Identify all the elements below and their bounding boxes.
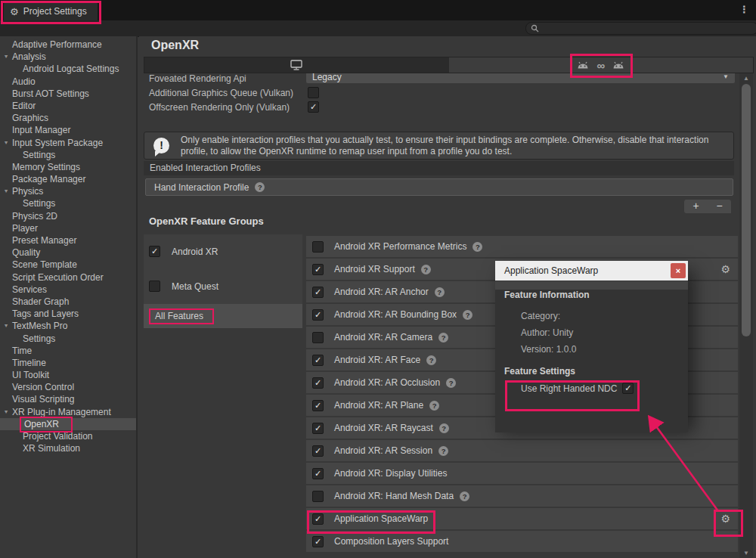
- android-xr-ar-session-checkbox[interactable]: ✓: [312, 445, 324, 457]
- feature-row-android-xr-performance-metrics[interactable]: Android XR Performance Metrics?: [306, 236, 738, 257]
- help-icon[interactable]: ?: [435, 287, 445, 297]
- close-icon[interactable]: ×: [671, 263, 686, 278]
- help-icon[interactable]: ?: [460, 491, 469, 501]
- help-icon[interactable]: ?: [439, 423, 449, 433]
- android-xr-performance-metrics-checkbox[interactable]: [312, 241, 324, 253]
- sidebar-item-physics[interactable]: ▼Physics: [0, 185, 136, 197]
- scrollbar-thumb[interactable]: [742, 84, 751, 336]
- sidebar-item-scene-template[interactable]: Scene Template: [0, 259, 136, 271]
- android-xr-hand-mesh-data-checkbox[interactable]: [312, 491, 324, 502]
- sidebar-item-input-manager[interactable]: Input Manager: [0, 124, 136, 136]
- sidebar-item-xr-simulation[interactable]: XR Simulation: [0, 442, 136, 454]
- expander-icon[interactable]: ▼: [3, 406, 8, 417]
- sidebar-item-audio[interactable]: Audio: [0, 76, 136, 88]
- search-box[interactable]: [525, 22, 756, 35]
- feature-group-android-xr[interactable]: ✓Android XR: [144, 234, 302, 268]
- sidebar-item-android-logcat-settings[interactable]: Android Logcat Settings: [0, 63, 136, 75]
- feature-settings-gear-icon[interactable]: ⚙: [720, 513, 730, 524]
- platform-tab-bar: ∞: [144, 57, 754, 73]
- sidebar-item-shader-graph[interactable]: Shader Graph: [0, 296, 136, 308]
- android-xr-display-utilities-checkbox[interactable]: ✓: [312, 468, 324, 479]
- android-xr-ar-anchor-checkbox[interactable]: ✓: [312, 287, 324, 298]
- sidebar-item-label: Time: [12, 346, 32, 356]
- sidebar-item-time[interactable]: Time: [0, 345, 136, 357]
- expander-icon[interactable]: ▼: [3, 321, 8, 332]
- offscreen-rendering-checkbox[interactable]: ✓: [308, 101, 319, 113]
- use-right-handed-ndc-checkbox[interactable]: ✓: [622, 383, 634, 394]
- feature-row-composition-layers-support[interactable]: ✓Composition Layers Support: [306, 531, 738, 552]
- help-icon[interactable]: ?: [438, 333, 448, 343]
- sidebar-item-settings[interactable]: Settings: [0, 333, 136, 345]
- feature-settings-gear-icon[interactable]: ⚙: [720, 264, 730, 274]
- sidebar-item-ui-toolkit[interactable]: UI Toolkit: [0, 369, 136, 381]
- scroll-down-arrow[interactable]: ▼: [739, 550, 753, 556]
- feature-group-all-features[interactable]: All Features: [144, 304, 302, 328]
- sidebar-item-openxr[interactable]: OpenXR: [0, 418, 136, 430]
- feature-label: Android XR: AR Face: [334, 355, 420, 365]
- enabled-interaction-profiles-header: Enabled Interaction Profiles: [144, 161, 734, 175]
- sidebar-item-quality[interactable]: Quality: [0, 246, 136, 259]
- window-tab-project-settings[interactable]: ⚙ Project Settings: [4, 2, 98, 20]
- feature-row-android-xr-ar-session[interactable]: ✓Android XR: AR Session?: [306, 440, 738, 461]
- application-spacewarp-checkbox[interactable]: ✓: [312, 513, 324, 525]
- sidebar-item-preset-manager[interactable]: Preset Manager: [0, 234, 136, 246]
- sidebar-item-version-control[interactable]: Version Control: [0, 381, 136, 393]
- composition-layers-support-checkbox[interactable]: ✓: [312, 536, 324, 547]
- android-xr-ar-camera-checkbox[interactable]: [312, 332, 324, 343]
- sidebar-item-label: Timeline: [12, 358, 46, 368]
- expander-icon[interactable]: ▼: [3, 51, 8, 63]
- android-xr-support-checkbox[interactable]: ✓: [312, 264, 324, 275]
- sidebar-item-label: Memory Settings: [12, 162, 80, 172]
- additional-graphics-queue-checkbox[interactable]: [308, 87, 319, 98]
- feature-group-meta-quest[interactable]: Meta Quest: [144, 268, 302, 304]
- sidebar-item-services[interactable]: Services: [0, 284, 136, 296]
- android-xr-checkbox[interactable]: ✓: [149, 246, 160, 257]
- sidebar-item-timeline[interactable]: Timeline: [0, 357, 136, 369]
- feature-row-android-xr-display-utilities[interactable]: ✓Android XR: Display Utilities: [306, 463, 738, 484]
- remove-profile-button[interactable]: −: [708, 200, 731, 213]
- help-icon[interactable]: ?: [472, 242, 482, 252]
- foveated-rendering-dropdown[interactable]: Legacy ▼: [306, 73, 735, 83]
- help-icon[interactable]: ?: [446, 378, 456, 388]
- kebab-menu-icon[interactable]: ⋮: [739, 4, 749, 15]
- sidebar-item-visual-scripting[interactable]: Visual Scripting: [0, 393, 136, 405]
- sidebar-item-memory-settings[interactable]: Memory Settings: [0, 161, 136, 173]
- sidebar-item-script-execution-order[interactable]: Script Execution Order: [0, 271, 136, 284]
- android-xr-ar-occlusion-checkbox[interactable]: ✓: [312, 377, 324, 389]
- help-icon[interactable]: ?: [429, 401, 439, 411]
- feature-row-android-xr-hand-mesh-data[interactable]: Android XR: Hand Mesh Data?: [306, 485, 738, 507]
- help-icon[interactable]: ?: [426, 355, 436, 365]
- hand-interaction-profile-row[interactable]: Hand Interaction Profile ?: [145, 178, 733, 196]
- sidebar-item-settings[interactable]: Settings: [0, 149, 136, 161]
- sidebar-item-textmesh-pro[interactable]: ▼TextMesh Pro: [0, 320, 136, 332]
- android-xr-ar-bounding-box-checkbox[interactable]: ✓: [312, 309, 324, 321]
- sidebar-item-analysis[interactable]: ▼Analysis: [0, 51, 136, 63]
- sidebar-item-settings[interactable]: Settings: [0, 197, 136, 209]
- help-icon[interactable]: ?: [421, 265, 431, 274]
- tab-pc-standalone[interactable]: [144, 57, 449, 73]
- help-icon[interactable]: ?: [255, 182, 265, 192]
- sidebar-item-package-manager[interactable]: Package Manager: [0, 173, 136, 185]
- expander-icon[interactable]: ▼: [3, 137, 8, 148]
- sidebar-item-player[interactable]: Player: [0, 222, 136, 234]
- sidebar-item-tags-and-layers[interactable]: Tags and Layers: [0, 308, 136, 320]
- tab-android-xr[interactable]: ∞: [449, 57, 754, 73]
- sidebar-item-project-validation[interactable]: Project Validation: [0, 430, 136, 442]
- scroll-up-arrow[interactable]: ▲: [739, 75, 753, 82]
- sidebar-item-input-system-package[interactable]: ▼Input System Package: [0, 137, 136, 149]
- search-input[interactable]: [542, 23, 749, 34]
- sidebar-item-editor[interactable]: Editor: [0, 100, 136, 112]
- sidebar-item-physics-2d[interactable]: Physics 2D: [0, 210, 136, 222]
- sidebar-item-graphics[interactable]: Graphics: [0, 112, 136, 124]
- android-xr-ar-plane-checkbox[interactable]: ✓: [312, 400, 324, 411]
- help-icon[interactable]: ?: [438, 446, 448, 456]
- android-xr-ar-raycast-checkbox[interactable]: ✓: [312, 423, 324, 434]
- add-profile-button[interactable]: +: [684, 200, 708, 213]
- sidebar-item-burst-aot-settings[interactable]: Burst AOT Settings: [0, 88, 136, 100]
- android-xr-ar-face-checkbox[interactable]: ✓: [312, 355, 324, 366]
- help-icon[interactable]: ?: [463, 310, 472, 320]
- feature-row-application-spacewarp[interactable]: ✓Application SpaceWarp⚙: [306, 508, 738, 529]
- expander-icon[interactable]: ▼: [3, 186, 8, 197]
- sidebar-item-adaptive-performance[interactable]: Adaptive Performance: [0, 39, 136, 51]
- meta-quest-checkbox[interactable]: [149, 281, 160, 292]
